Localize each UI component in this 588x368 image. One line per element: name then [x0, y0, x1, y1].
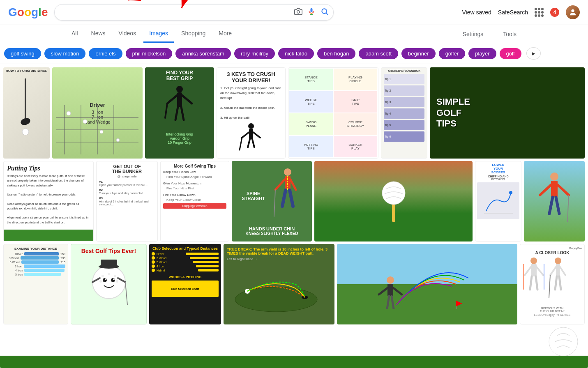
svg-line-36	[252, 139, 254, 147]
svg-line-82	[392, 296, 394, 309]
image-tile[interactable]: SPINESTRAIGHT	[232, 161, 312, 242]
svg-line-99	[559, 276, 561, 290]
svg-rect-32	[249, 129, 253, 139]
svg-line-97	[560, 267, 565, 275]
svg-line-56	[549, 197, 553, 214]
image-tile[interactable]: 3 KEYS TO CRUSHYOUR DRIVER! 1. Get your …	[217, 67, 286, 159]
svg-point-67	[105, 278, 106, 280]
apps-grid-icon[interactable]	[535, 8, 544, 17]
image-tile[interactable]: Best Golf Tips Ever!	[71, 244, 147, 324]
chip-golf-swing[interactable]: golf swing	[4, 48, 41, 59]
tab-videos[interactable]: Videos	[113, 25, 142, 43]
svg-line-89	[537, 267, 543, 275]
svg-line-88	[525, 267, 531, 275]
svg-line-96	[550, 267, 556, 275]
view-saved-link[interactable]: View saved	[462, 9, 491, 16]
tab-all[interactable]: All	[66, 25, 84, 43]
svg-line-42	[290, 190, 293, 206]
chip-beginner[interactable]: beginner	[401, 48, 436, 59]
image-tile[interactable]: LOWERYOURSCORES CHIPPING ANDPITCHING	[475, 161, 521, 242]
svg-line-29	[181, 107, 184, 120]
image-row-2: Putting Tips 9 things are necessary to h…	[3, 161, 585, 242]
svg-rect-87	[531, 264, 537, 276]
svg-rect-25	[177, 92, 182, 107]
chip-rory-mcilroy[interactable]: rory mcilroy	[234, 48, 275, 59]
svg-point-22	[100, 130, 103, 133]
chip-nick-faldo[interactable]: nick faldo	[278, 48, 314, 59]
svg-point-65	[103, 278, 107, 282]
svg-rect-53	[551, 181, 558, 197]
svg-line-100	[549, 275, 550, 298]
svg-point-12	[22, 129, 29, 135]
image-tile[interactable]: BogeyPro A CLOSER LOOK	[520, 244, 585, 324]
image-tile[interactable]: Driver 3 Iron 7 Iron Sand Wedge	[52, 67, 143, 159]
chips-next-arrow[interactable]: ►	[526, 47, 541, 60]
search-input[interactable]: golf tips	[54, 4, 334, 21]
svg-line-34	[253, 132, 260, 138]
tab-images[interactable]: Images	[143, 25, 174, 43]
chip-player[interactable]: player	[468, 48, 496, 59]
chip-golf[interactable]: golf	[500, 48, 521, 59]
image-tile[interactable]: Club Selection and Typical Distances Dri…	[149, 244, 221, 324]
svg-line-54	[540, 185, 551, 195]
image-tile[interactable]: More Golf Swing Tips Keep Your Hands Low…	[160, 161, 229, 242]
search-icon[interactable]	[321, 7, 329, 17]
voice-search-icon[interactable]	[307, 7, 316, 17]
chip-adam-scott[interactable]: adam scott	[359, 48, 398, 59]
svg-line-91	[536, 276, 537, 290]
settings-link[interactable]: Settings	[457, 26, 489, 42]
camera-search-icon[interactable]	[294, 7, 302, 17]
image-tile[interactable]: TRUE BREAK: The arm yield is 18 inches t…	[224, 244, 334, 324]
svg-point-20	[67, 111, 71, 115]
image-tile[interactable]: SIMPLEGOLFTIPS	[430, 67, 585, 159]
avatar[interactable]	[566, 5, 580, 19]
svg-point-77	[387, 276, 394, 284]
svg-point-3	[297, 11, 300, 14]
svg-line-28	[175, 107, 178, 120]
svg-line-80	[393, 288, 402, 294]
image-tile[interactable]: EXAMINE YOUR DISTANCE Driver 250 3 Wood …	[3, 244, 68, 324]
chip-phil-mickelson[interactable]: phil mickelson	[126, 48, 173, 59]
tab-news[interactable]: News	[85, 25, 111, 43]
chip-golfer[interactable]: golfer	[439, 48, 466, 59]
tools-link[interactable]: Tools	[497, 26, 522, 42]
svg-point-60	[101, 275, 104, 277]
notification-badge[interactable]: 4	[550, 8, 559, 17]
svg-rect-4	[311, 8, 313, 12]
svg-rect-95	[556, 264, 560, 276]
image-tile[interactable]	[524, 161, 585, 242]
svg-point-24	[176, 86, 183, 92]
svg-point-66	[111, 278, 115, 282]
svg-point-59	[92, 266, 125, 299]
svg-point-39	[284, 168, 291, 176]
svg-point-64	[116, 280, 118, 283]
svg-rect-10	[25, 78, 26, 120]
svg-line-98	[555, 276, 557, 290]
svg-point-23	[116, 138, 120, 142]
svg-point-62	[114, 275, 116, 277]
svg-point-21	[83, 120, 87, 124]
chip-ben-hogan[interactable]: ben hogan	[317, 48, 355, 59]
safe-search-link[interactable]: SafeSearch	[498, 9, 528, 16]
chip-annika-sorenstam[interactable]: annika sorenstam	[175, 48, 231, 59]
tab-shopping[interactable]: Shopping	[175, 25, 211, 43]
image-tile[interactable]: STANCETIPS PLAYINGCIRCLE WEDGETIPS GRIPT…	[288, 67, 378, 159]
svg-point-52	[550, 172, 558, 181]
image-tile[interactable]: FIND YOURBEST GRIP Interlocking GripVard…	[145, 67, 214, 159]
chip-ernie-els[interactable]: ernie els	[89, 48, 122, 59]
svg-point-49	[382, 182, 405, 205]
image-tile[interactable]	[314, 161, 473, 242]
tab-more[interactable]: More	[213, 25, 238, 43]
image-tile[interactable]	[337, 244, 517, 324]
svg-line-90	[530, 276, 532, 290]
svg-rect-85	[374, 309, 481, 321]
svg-line-55	[558, 185, 569, 195]
image-tile[interactable]: Putting Tips 9 things are necessary to h…	[3, 161, 94, 242]
image-tile[interactable]: HOW TO FORM DISTANCE	[3, 67, 50, 159]
chip-slow-motion[interactable]: slow motion	[44, 48, 86, 59]
image-tile[interactable]: ARCHER'S HANDBOOK Tip 1 Tip 2 Tip 3 Tip …	[381, 67, 427, 159]
svg-marker-84	[456, 301, 462, 306]
image-tile-bunker[interactable]: GET OUT OFTHE BUNKER @rajagelinde #1 Ope…	[96, 161, 158, 242]
google-logo[interactable]: Google	[8, 6, 48, 19]
svg-line-8	[326, 13, 328, 15]
